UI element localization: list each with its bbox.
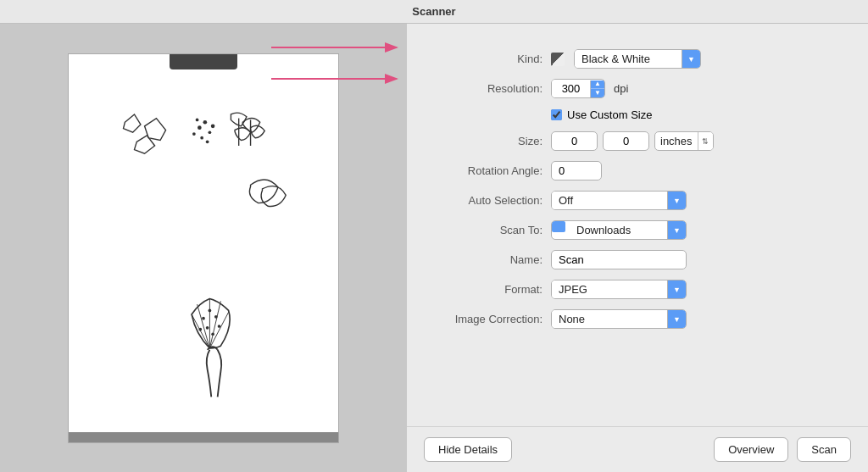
- hide-details-button[interactable]: Hide Details: [424, 437, 512, 462]
- format-value: JPEG: [552, 280, 667, 298]
- kind-control: Black & White ▼: [551, 49, 701, 69]
- svg-point-15: [202, 316, 205, 319]
- kind-icon: [551, 53, 565, 66]
- resolution-row: Resolution: ▲ ▼ dpi: [424, 79, 851, 98]
- name-input[interactable]: [551, 250, 687, 269]
- image-correction-row: Image Correction: None ▼: [424, 309, 851, 329]
- scan-to-label: Scan To:: [424, 224, 542, 236]
- settings-form: Kind: Black & White ▼ Resolution: ▲: [407, 24, 868, 426]
- svg-point-3: [200, 136, 203, 139]
- kind-value: Black & White: [575, 50, 682, 68]
- rotation-control: [551, 161, 602, 180]
- svg-point-0: [198, 125, 202, 130]
- settings-panel: Kind: Black & White ▼ Resolution: ▲: [407, 24, 868, 472]
- scan-paper: [68, 53, 339, 443]
- image-correction-value: None: [552, 310, 667, 328]
- custom-size-checkbox[interactable]: [551, 109, 562, 120]
- svg-line-10: [192, 314, 209, 348]
- format-row: Format: JPEG ▼: [424, 280, 851, 299]
- size-height-input[interactable]: [603, 131, 649, 151]
- auto-selection-value: Off: [552, 192, 667, 209]
- custom-size-row: Use Custom Size: [424, 108, 851, 121]
- preview-panel: [0, 24, 407, 472]
- image-correction-label: Image Correction:: [424, 313, 542, 325]
- size-width-input[interactable]: [551, 131, 598, 151]
- svg-point-4: [192, 132, 196, 136]
- svg-line-13: [209, 301, 220, 348]
- format-select[interactable]: JPEG ▼: [551, 280, 687, 299]
- resolution-down-btn[interactable]: ▼: [591, 89, 604, 97]
- kind-select[interactable]: Black & White ▼: [574, 49, 701, 69]
- window-title: Scanner: [412, 5, 455, 18]
- resolution-label: Resolution:: [424, 82, 542, 95]
- svg-point-1: [203, 119, 208, 124]
- scan-to-dropdown-btn[interactable]: ▼: [667, 221, 686, 239]
- scan-to-select[interactable]: Downloads ▼: [551, 220, 687, 240]
- svg-point-19: [206, 325, 209, 329]
- kind-row: Kind: Black & White ▼: [424, 49, 851, 69]
- name-row: Name:: [424, 250, 851, 269]
- units-dropdown-btn[interactable]: ⇅: [698, 132, 713, 150]
- custom-size-label: Use Custom Size: [567, 108, 652, 121]
- sketch-area: [69, 71, 338, 432]
- format-dropdown-btn[interactable]: ▼: [667, 280, 686, 298]
- auto-selection-row: Auto Selection: Off ▼: [424, 191, 851, 210]
- right-buttons: Overview Scan: [714, 437, 851, 462]
- scan-button[interactable]: Scan: [797, 437, 851, 462]
- main-content: Kind: Black & White ▼ Resolution: ▲: [0, 24, 868, 472]
- format-control: JPEG ▼: [551, 280, 687, 299]
- size-label: Size:: [424, 135, 542, 147]
- resolution-arrows: ▲ ▼: [590, 81, 604, 97]
- rotation-input[interactable]: [551, 161, 602, 180]
- name-control: [551, 250, 687, 269]
- paper-bottom-clip: [69, 432, 338, 442]
- sketch-svg: [69, 71, 338, 432]
- size-control: inches ⇅: [551, 131, 714, 151]
- scan-to-control: Downloads ▼: [551, 220, 687, 240]
- auto-selection-select[interactable]: Off ▼: [551, 191, 687, 210]
- resolution-stepper: ▲ ▼: [551, 79, 605, 98]
- image-correction-dropdown-btn[interactable]: ▼: [667, 310, 686, 328]
- kind-label: Kind:: [424, 53, 542, 65]
- scan-to-value: Downloads: [570, 221, 667, 239]
- svg-point-16: [209, 308, 212, 312]
- overview-button[interactable]: Overview: [714, 437, 788, 462]
- name-label: Name:: [424, 253, 542, 266]
- svg-point-2: [209, 130, 212, 134]
- kind-dropdown-btn[interactable]: ▼: [682, 50, 700, 68]
- custom-size-control: Use Custom Size: [551, 108, 652, 121]
- image-correction-select[interactable]: None ▼: [551, 309, 687, 329]
- title-bar: Scanner: [0, 0, 868, 24]
- rotation-label: Rotation Angle:: [424, 164, 542, 177]
- format-label: Format:: [424, 283, 542, 296]
- resolution-up-btn[interactable]: ▲: [591, 81, 604, 89]
- paper-top-clip: [170, 54, 237, 69]
- folder-icon: [552, 221, 565, 232]
- svg-point-17: [214, 315, 218, 319]
- svg-point-7: [211, 124, 215, 128]
- auto-selection-label: Auto Selection:: [424, 194, 542, 207]
- dpi-unit: dpi: [614, 82, 628, 95]
- resolution-input[interactable]: [552, 80, 590, 97]
- svg-point-18: [218, 325, 221, 328]
- size-row: Size: inches ⇅: [424, 131, 851, 151]
- auto-selection-dropdown-btn[interactable]: ▼: [667, 192, 686, 209]
- rotation-row: Rotation Angle:: [424, 161, 851, 180]
- svg-line-14: [209, 312, 228, 348]
- resolution-control: ▲ ▼ dpi: [551, 79, 628, 98]
- auto-selection-control: Off ▼: [551, 191, 687, 210]
- units-value: inches: [655, 132, 698, 150]
- svg-point-6: [196, 118, 199, 121]
- scan-to-row: Scan To: Downloads ▼: [424, 220, 851, 240]
- image-correction-control: None ▼: [551, 309, 687, 329]
- svg-point-5: [206, 140, 209, 143]
- svg-point-21: [198, 327, 202, 330]
- svg-point-20: [211, 332, 214, 336]
- bottom-bar: Hide Details Overview Scan: [407, 426, 868, 472]
- units-select[interactable]: inches ⇅: [654, 131, 714, 151]
